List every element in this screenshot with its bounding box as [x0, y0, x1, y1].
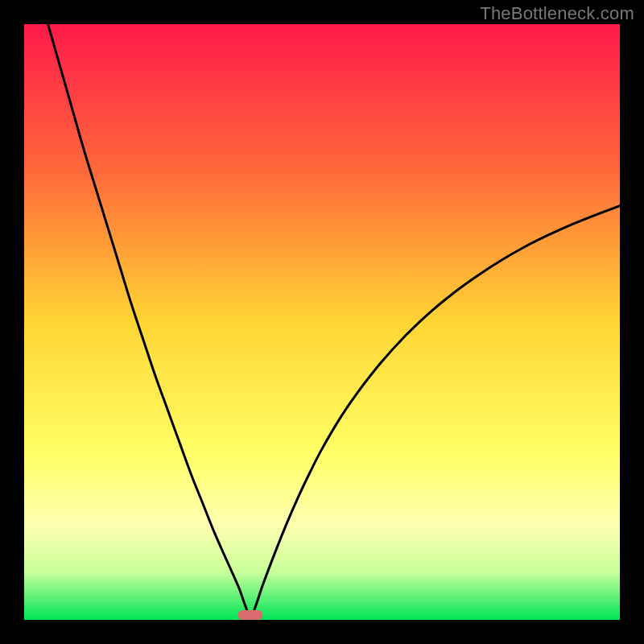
curve-right: [250, 206, 620, 620]
watermark-text: TheBottleneck.com: [480, 3, 634, 24]
curve-left: [48, 24, 251, 620]
plot-area: [24, 24, 620, 620]
bottleneck-curve: [24, 24, 620, 620]
chart-frame: TheBottleneck.com: [0, 0, 644, 644]
optimum-marker: [238, 610, 263, 620]
